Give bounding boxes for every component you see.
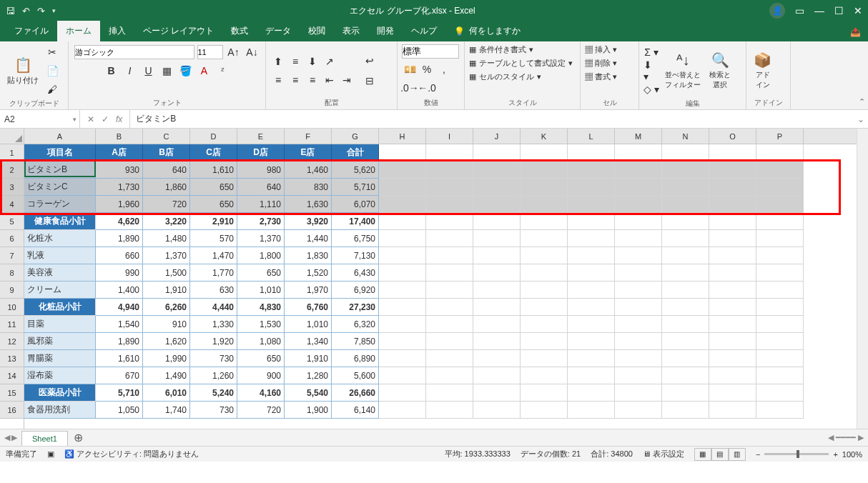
- cell[interactable]: [709, 367, 756, 384]
- cell[interactable]: [379, 230, 426, 247]
- row-header[interactable]: 14: [0, 367, 24, 384]
- cell[interactable]: 650: [237, 350, 285, 367]
- cell[interactable]: [379, 316, 426, 333]
- font-color-button[interactable]: A: [197, 63, 212, 79]
- cell[interactable]: 27,230: [332, 299, 379, 316]
- cell[interactable]: [473, 144, 521, 161]
- cell[interactable]: [756, 282, 804, 299]
- cell[interactable]: [662, 264, 709, 282]
- cell[interactable]: 570: [190, 230, 237, 247]
- conditional-formatting-button[interactable]: ▦条件付き書式 ▾: [469, 44, 533, 55]
- cell[interactable]: 1,900: [285, 402, 332, 419]
- row-header[interactable]: 6: [0, 230, 24, 247]
- cell[interactable]: 730: [190, 402, 237, 419]
- sheet-tab-sheet1[interactable]: Sheet1: [21, 431, 68, 446]
- cell[interactable]: 医薬品小計: [24, 384, 96, 402]
- row-header[interactable]: 1: [0, 144, 24, 161]
- cell[interactable]: [473, 196, 521, 213]
- cell[interactable]: [756, 402, 804, 419]
- cell[interactable]: 4,160: [237, 384, 285, 402]
- horizontal-scrollbar[interactable]: ◀ ━━━━ ▶: [89, 433, 868, 442]
- cell[interactable]: [521, 264, 568, 282]
- indent-increase-icon[interactable]: ⇥: [339, 72, 355, 88]
- border-button[interactable]: ▦: [159, 63, 175, 79]
- cell[interactable]: [426, 264, 473, 282]
- tell-me[interactable]: 💡何をしますか: [445, 21, 529, 41]
- cell[interactable]: [568, 144, 615, 161]
- cell[interactable]: [756, 299, 804, 316]
- cell[interactable]: 湿布薬: [24, 367, 96, 384]
- column-header[interactable]: D: [190, 129, 237, 144]
- view-page-layout-icon[interactable]: ▤: [711, 448, 729, 461]
- tab-review[interactable]: 校閲: [300, 21, 334, 41]
- align-middle-icon[interactable]: ≡: [287, 54, 303, 69]
- cell[interactable]: [615, 299, 662, 316]
- cell[interactable]: [615, 402, 662, 419]
- cell[interactable]: 1,530: [237, 316, 285, 333]
- cell[interactable]: [379, 282, 426, 299]
- cell[interactable]: 1,280: [285, 367, 332, 384]
- cell[interactable]: [756, 161, 804, 179]
- cell[interactable]: [568, 196, 615, 213]
- wrap-text-icon[interactable]: ↩: [362, 53, 378, 69]
- cell[interactable]: 1,770: [190, 264, 237, 282]
- cell[interactable]: [756, 316, 804, 333]
- view-page-break-icon[interactable]: ▥: [729, 448, 746, 461]
- cell[interactable]: [521, 333, 568, 350]
- cell[interactable]: [568, 282, 615, 299]
- cell[interactable]: [473, 316, 521, 333]
- tab-view[interactable]: 表示: [334, 21, 368, 41]
- cell[interactable]: [473, 264, 521, 282]
- cell[interactable]: 1,630: [285, 196, 332, 213]
- increase-font-icon[interactable]: A↑: [226, 44, 242, 60]
- cell[interactable]: [615, 384, 662, 402]
- cell[interactable]: 食器用洗剤: [24, 402, 96, 419]
- currency-icon[interactable]: 💴: [402, 61, 418, 77]
- cell-styles-button[interactable]: ▦セルのスタイル ▾: [469, 71, 541, 82]
- cell[interactable]: [615, 333, 662, 350]
- cell[interactable]: 990: [96, 264, 143, 282]
- ribbon-display-icon[interactable]: ▭: [795, 5, 804, 16]
- column-header[interactable]: N: [662, 129, 709, 144]
- row-header[interactable]: 8: [0, 264, 24, 282]
- cell[interactable]: [709, 247, 756, 264]
- cell[interactable]: 6,010: [143, 384, 190, 402]
- addins-button[interactable]: 📦アド イン: [751, 50, 774, 91]
- cell[interactable]: [426, 213, 473, 230]
- cells-delete-button[interactable]: ▦ 削除 ▾: [585, 58, 617, 69]
- cell[interactable]: 720: [143, 196, 190, 213]
- cell[interactable]: [473, 282, 521, 299]
- sheet-nav-next-icon[interactable]: ▶: [11, 433, 17, 442]
- cell[interactable]: [615, 247, 662, 264]
- row-header[interactable]: 5: [0, 213, 24, 230]
- cell[interactable]: 1,740: [143, 402, 190, 419]
- cell[interactable]: [568, 213, 615, 230]
- cell[interactable]: [426, 299, 473, 316]
- cell[interactable]: [662, 230, 709, 247]
- cell[interactable]: [756, 144, 804, 161]
- cell[interactable]: [615, 213, 662, 230]
- cell[interactable]: [426, 179, 473, 196]
- cell[interactable]: C店: [190, 144, 237, 161]
- cell[interactable]: 1,520: [285, 264, 332, 282]
- merge-center-icon[interactable]: ⊟: [362, 73, 378, 89]
- cell[interactable]: [521, 282, 568, 299]
- align-center-icon[interactable]: ≡: [287, 72, 303, 88]
- cell[interactable]: [521, 179, 568, 196]
- cell[interactable]: [756, 264, 804, 282]
- column-header[interactable]: M: [615, 129, 662, 144]
- cell[interactable]: 胃腸薬: [24, 350, 96, 367]
- cell[interactable]: [709, 299, 756, 316]
- cell[interactable]: [379, 213, 426, 230]
- autosum-icon[interactable]: Σ ▾: [643, 44, 659, 60]
- display-settings-button[interactable]: 🖥 表示設定: [643, 449, 684, 459]
- cell[interactable]: 1,620: [143, 333, 190, 350]
- cell[interactable]: 1,890: [96, 230, 143, 247]
- cell[interactable]: 1,480: [143, 230, 190, 247]
- cell[interactable]: [426, 196, 473, 213]
- share-button[interactable]: 📤: [843, 23, 868, 41]
- align-right-icon[interactable]: ≡: [305, 72, 320, 88]
- cell[interactable]: 1,910: [143, 282, 190, 299]
- cell[interactable]: 6,140: [332, 402, 379, 419]
- cell[interactable]: 830: [285, 179, 332, 196]
